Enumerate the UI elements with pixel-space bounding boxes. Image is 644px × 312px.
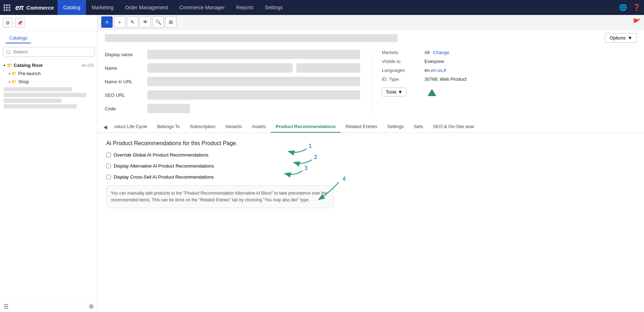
label-name: Name [105,65,144,71]
main-layout: ⚙ 📌 Catalogs ▪ 📁 Catalog Root en-US ▪ 📁 … [0,15,644,312]
form-right: Markets All Change Visible to Everyone L… [371,50,637,117]
options-arrow-icon: ▼ [628,35,632,41]
add-button[interactable]: + [114,16,125,28]
flag-icon[interactable]: 🚩 [633,18,640,26]
expand-icon-prelaunch: ▪ [9,71,10,76]
field-name-url: Name in URL [105,77,360,86]
value-markets: All Change [424,50,449,55]
folder-icon-shop: 📁 [11,79,17,84]
markets-change-link[interactable]: Change [433,50,449,55]
blurred-tree-item-4 [4,104,77,109]
value-code-blurred[interactable] [147,104,190,113]
tab-product-recommendations[interactable]: Product Recommendations [271,121,341,133]
label-code: Code [105,106,144,111]
globe-icon[interactable]: 🌐 [619,4,627,11]
content-area: Options ▼ Display name Name [98,30,644,312]
options-label: Options [610,35,626,41]
value-visible-to: Everyone [424,59,444,64]
tree-item-prelaunch[interactable]: ▪ 📁 Pre-launch [0,69,97,78]
tab-sets[interactable]: Sets [409,121,428,133]
tabs-bar: ◀ oduct Life Cycle Belongs To Subscripti… [98,121,644,133]
field-code: Code [105,104,360,113]
nav-settings[interactable]: Settings [259,0,289,15]
main-panel: ≡ + ✎ 👁 🔍 ⊞ 🚩 Options ▼ [98,15,644,312]
sidebar-toolbar: ⚙ 📌 [0,15,97,31]
sidebar-bottom: ☰ ⚙ [0,301,97,312]
options-button[interactable]: Options ▼ [605,33,637,43]
checkbox-display-alternative[interactable] [106,164,111,168]
brand-name: Commerce [26,5,54,11]
nav-icon-group: 🌐 ❓ [619,4,640,11]
page-title-blurred [105,34,397,42]
label-visible-to: Visible to [382,59,421,64]
tree-view-button[interactable]: ≡ [101,16,113,28]
nav-catalog[interactable]: Catalog [58,0,86,15]
top-navigation: eπ Commerce Catalog Marketing Order Mana… [0,0,644,15]
settings-icon[interactable]: ⚙ [3,18,13,28]
info-markets: Markets All Change [382,50,637,55]
grid-icon[interactable] [4,4,10,11]
expand-icon: ▪ [4,63,5,68]
blurred-tree-item-1 [4,87,72,91]
preview-button[interactable]: 👁 [140,16,151,28]
value-name-blurred-main[interactable] [147,63,293,73]
search-button[interactable]: 🔍 [152,16,164,28]
value-languages: en,en-us,fr [424,68,447,73]
tree-root-lang: en-US [82,63,94,68]
form-left: Display name Name Name in URL SEO URL [105,50,371,117]
value-seo-url-blurred[interactable] [147,90,360,100]
tools-button[interactable]: Tools ▼ [382,88,406,96]
nav-order-management[interactable]: Order Management [119,0,174,15]
tree-label-shop: Shop [18,79,29,84]
info-box-text: You can manually add products to the "Pr… [111,191,327,202]
tab-settings[interactable]: Settings [382,121,409,133]
catalogs-link[interactable]: Catalogs [6,33,31,43]
checkbox-row-3: Display Cross-Sell AI Product Recommenda… [106,174,635,180]
info-visible-to: Visible to Everyone [382,59,637,64]
info-box: You can manually add products to the "Pr… [106,185,334,208]
lang-fr-link[interactable]: fr [444,68,447,73]
tab-belongs-to[interactable]: Belongs To [152,121,185,133]
value-display-name-blurred[interactable] [147,50,360,59]
edit-button[interactable]: ✎ [127,16,138,28]
expand-button[interactable]: ⊞ [165,16,177,28]
tree-label-prelaunch: Pre-launch [18,71,40,76]
folder-icon: 📁 [7,63,12,68]
nav-marketing[interactable]: Marketing [86,0,119,15]
blurred-tree-item-3 [4,99,62,103]
panel-title: Ai Product Recommendations for this Prod… [106,140,635,147]
label-display-crosssell: Display Cross-Sell AI Product Recommenda… [114,174,214,180]
expand-icon-shop: ▪ [9,79,10,84]
checkbox-override-global[interactable] [106,153,111,157]
tab-subscription[interactable]: Subscription [185,121,221,133]
lang-en-us-link[interactable]: en-us [431,68,443,73]
tree-root-label: Catalog Root [14,63,43,68]
info-languages: Languages en,en-us,fr [382,68,637,73]
label-name-url: Name in URL [105,79,144,84]
nav-reports[interactable]: Reports [231,0,259,15]
help-icon[interactable]: ❓ [633,4,640,11]
search-input[interactable] [3,47,94,57]
tree-root-item[interactable]: ▪ 📁 Catalog Root en-US [0,61,97,69]
tree-item-shop[interactable]: ▪ 📁 Shop [0,78,97,86]
tab-variants[interactable]: Variants [220,121,247,133]
value-name-blurred-sm[interactable] [296,63,360,73]
settings-bottom-icon[interactable]: ⚙ [89,303,94,310]
tab-related-entries[interactable]: Related Entries [341,121,382,133]
label-display-alternative: Display Alternative AI Product Recommend… [114,163,214,169]
panel-content: Ai Product Recommendations for this Prod… [98,133,644,215]
tab-seo[interactable]: SEO & On-Site sear [428,121,479,133]
sidebar-tree: ▪ 📁 Catalog Root en-US ▪ 📁 Pre-launch ▪ … [0,59,97,301]
tab-product-life-cycle[interactable]: oduct Life Cycle [109,121,152,133]
nav-commerce-manager[interactable]: Commerce Manager [174,0,231,15]
tab-assets[interactable]: Assets [247,121,271,133]
label-seo-url: SEO URL [105,92,144,98]
tools-label: Tools [386,89,396,95]
tab-scroll-left[interactable]: ◀ [101,121,109,133]
brand-logo: eπ Commerce [4,4,54,12]
pin-icon[interactable]: 📌 [15,18,25,28]
menu-icon[interactable]: ☰ [4,303,9,310]
checkbox-display-crosssell[interactable] [106,175,111,179]
value-name-url-blurred[interactable] [147,77,360,86]
field-name: Name [105,63,360,73]
